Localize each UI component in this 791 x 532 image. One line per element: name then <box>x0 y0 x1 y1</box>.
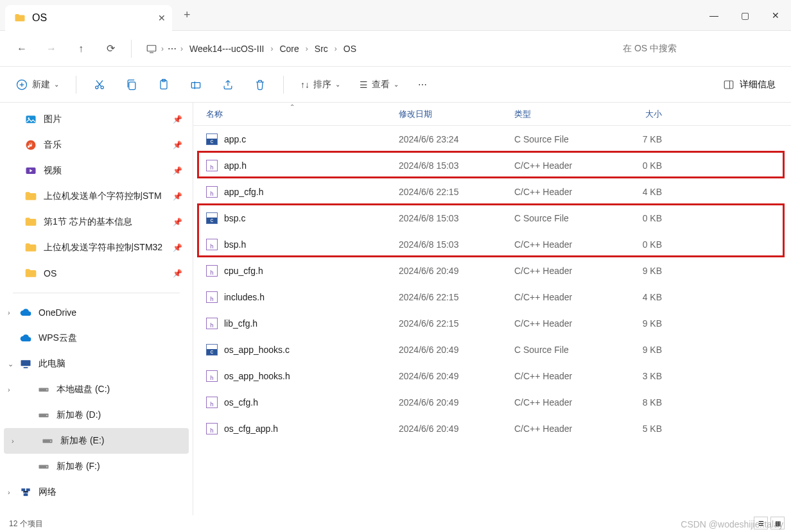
separator <box>131 40 132 58</box>
file-row[interactable]: os_app_hooks.c2024/6/6 20:49C Source Fil… <box>193 336 791 363</box>
rename-button[interactable] <box>183 74 209 95</box>
file-date: 2024/6/6 22:15 <box>399 292 514 302</box>
sort-button[interactable]: ↑↓ 排序 ⌄ <box>294 75 347 94</box>
plus-circle-icon <box>15 78 28 91</box>
breadcrumb-segment[interactable]: OS <box>341 41 359 56</box>
svg-rect-4 <box>129 82 135 89</box>
details-button[interactable]: 详细信息 <box>723 79 782 90</box>
paste-button[interactable] <box>151 74 177 95</box>
folder-icon <box>14 12 26 24</box>
breadcrumb-segment[interactable]: Core <box>277 41 301 56</box>
file-size: 9 KB <box>611 266 675 276</box>
sidebar-item[interactable]: 上位机发送字符串控制STM32📌 <box>0 235 193 261</box>
sidebar-item[interactable]: 新加卷 (D:) <box>0 402 193 428</box>
sidebar-label: WPS云盘 <box>39 332 77 344</box>
titlebar: OS ✕ + — ▢ ✕ <box>0 0 791 31</box>
new-button[interactable]: 新建 ⌄ <box>9 74 65 95</box>
cut-button[interactable] <box>87 74 112 95</box>
expand-icon[interactable]: ⌄ <box>8 360 13 368</box>
h-file-icon <box>206 397 218 408</box>
sidebar-label: 此电脑 <box>39 358 65 370</box>
file-size: 0 KB <box>611 239 675 250</box>
share-button[interactable] <box>215 74 241 95</box>
file-type: C/C++ Header <box>514 292 611 302</box>
file-name: includes.h <box>224 292 265 302</box>
breadcrumb[interactable]: › ⋯ › Week14---ucOS-III › Core › Src › O… <box>139 41 611 56</box>
file-date: 2024/6/6 20:49 <box>399 424 514 434</box>
svg-point-3 <box>101 86 103 89</box>
column-type[interactable]: 类型 <box>514 108 611 120</box>
file-row[interactable]: os_app_hooks.h2024/6/6 20:49C/C++ Header… <box>193 363 791 389</box>
file-row[interactable]: bsp.h2024/6/8 15:03C/C++ Header0 KB <box>193 231 791 257</box>
column-headers: 名称⌃ 修改日期 类型 大小 <box>193 103 791 126</box>
forward-button[interactable]: → <box>39 36 64 62</box>
sidebar-item[interactable]: 视频📌 <box>0 158 193 184</box>
new-tab-button[interactable]: + <box>184 8 191 22</box>
sidebar-item[interactable]: ›网络 <box>0 479 193 505</box>
sidebar-item[interactable]: OS📌 <box>0 261 193 286</box>
copy-button[interactable] <box>119 74 144 95</box>
file-type: C/C++ Header <box>514 397 611 408</box>
sidebar-item[interactable]: ›OneDrive <box>0 300 193 325</box>
file-list: 名称⌃ 修改日期 类型 大小 app.c2024/6/6 23:24C Sour… <box>193 103 791 515</box>
sidebar-item[interactable]: ⌄此电脑 <box>0 351 193 377</box>
file-date: 2024/6/8 15:03 <box>399 239 514 250</box>
file-row[interactable]: os_cfg_app.h2024/6/6 20:49C/C++ Header5 … <box>193 415 791 442</box>
file-row[interactable]: os_cfg.h2024/6/6 20:49C/C++ Header8 KB <box>193 389 791 415</box>
file-date: 2024/6/8 15:03 <box>399 160 514 171</box>
pin-icon: 📌 <box>173 269 182 278</box>
expand-icon[interactable]: › <box>8 386 10 393</box>
breadcrumb-segment[interactable]: Week14---ucOS-III <box>187 41 266 56</box>
sidebar-item[interactable]: WPS云盘 <box>0 325 193 351</box>
file-row[interactable]: app.c2024/6/6 23:24C Source File7 KB <box>193 126 791 152</box>
delete-button[interactable] <box>247 74 273 95</box>
sidebar-label: 新加卷 (D:) <box>56 409 101 421</box>
search-input[interactable]: 在 OS 中搜索 <box>615 38 782 60</box>
column-size[interactable]: 大小 <box>611 108 675 120</box>
sidebar-item[interactable]: 音乐📌 <box>0 132 193 158</box>
view-button[interactable]: ☰ 查看 ⌄ <box>353 75 405 94</box>
watermark: CSDN @wodeshijiextalay <box>681 519 783 529</box>
close-tab-icon[interactable]: ✕ <box>158 13 166 23</box>
file-row[interactable]: lib_cfg.h2024/6/6 22:15C/C++ Header9 KB <box>193 310 791 336</box>
more-button[interactable]: ⋯ <box>412 76 433 94</box>
sidebar-item[interactable]: 新加卷 (F:) <box>0 454 193 479</box>
sidebar-item[interactable]: ›本地磁盘 (C:) <box>0 377 193 402</box>
pin-icon: 📌 <box>173 115 182 124</box>
minimize-button[interactable]: — <box>699 1 729 30</box>
chevron-right-icon: › <box>161 44 164 53</box>
expand-icon[interactable]: › <box>8 309 10 316</box>
file-type: C/C++ Header <box>514 266 611 276</box>
column-name[interactable]: 名称⌃ <box>193 108 399 120</box>
file-row[interactable]: app_cfg.h2024/6/6 22:15C/C++ Header4 KB <box>193 178 791 205</box>
up-button[interactable]: ↑ <box>68 36 94 62</box>
column-date[interactable]: 修改日期 <box>399 108 514 120</box>
file-type: C/C++ Header <box>514 239 611 250</box>
file-row[interactable]: app.h2024/6/8 15:03C/C++ Header0 KB <box>193 152 791 178</box>
maximize-button[interactable]: ▢ <box>729 1 760 30</box>
h-file-icon <box>206 186 218 198</box>
file-row[interactable]: includes.h2024/6/6 22:15C/C++ Header4 KB <box>193 284 791 310</box>
file-name: app_cfg.h <box>224 187 264 197</box>
breadcrumb-more[interactable]: ⋯ <box>168 44 177 54</box>
sidebar-item[interactable]: 图片📌 <box>0 107 193 132</box>
svg-rect-9 <box>26 116 36 123</box>
sidebar-item[interactable]: ›新加卷 (E:) <box>4 428 189 454</box>
sidebar-item[interactable]: 第1节 芯片的基本信息📌 <box>0 209 193 235</box>
sidebar-item[interactable]: 上位机发送单个字符控制STM📌 <box>0 184 193 209</box>
breadcrumb-segment[interactable]: Src <box>312 41 331 56</box>
close-button[interactable]: ✕ <box>760 1 791 30</box>
file-size: 9 KB <box>611 345 675 355</box>
sidebar-label: 图片 <box>44 114 62 125</box>
refresh-button[interactable]: ⟳ <box>98 36 123 62</box>
file-row[interactable]: cpu_cfg.h2024/6/6 20:49C/C++ Header9 KB <box>193 257 791 284</box>
navbar: ← → ↑ ⟳ › ⋯ › Week14---ucOS-III › Core ›… <box>0 31 791 67</box>
h-file-icon <box>206 265 218 277</box>
expand-icon[interactable]: › <box>8 488 10 496</box>
expand-icon[interactable]: › <box>12 437 14 445</box>
file-type: C Source File <box>514 213 611 223</box>
file-row[interactable]: bsp.c2024/6/8 15:03C Source File0 KB <box>193 205 791 231</box>
window-tab[interactable]: OS ✕ <box>5 5 172 31</box>
cut-icon <box>93 78 106 91</box>
back-button[interactable]: ← <box>9 36 35 62</box>
